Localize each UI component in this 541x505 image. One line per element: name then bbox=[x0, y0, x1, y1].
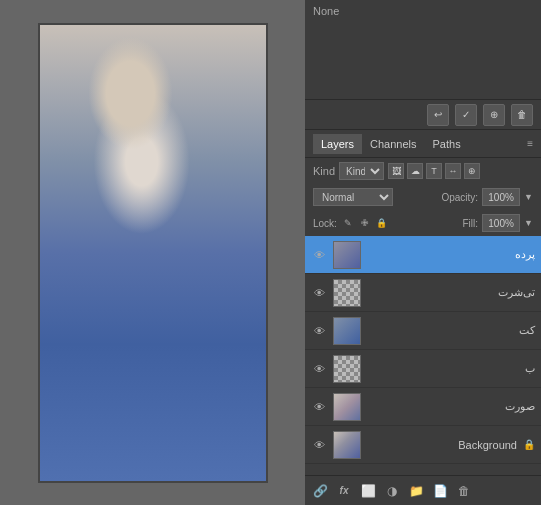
kind-icon-more[interactable]: ⊕ bbox=[464, 163, 480, 179]
kind-icons: 🖼 ☁ T ↔ ⊕ bbox=[388, 163, 480, 179]
kind-icon-text[interactable]: T bbox=[426, 163, 442, 179]
fill-arrow-icon[interactable]: ▼ bbox=[524, 218, 533, 228]
blend-mode-select[interactable]: Normal bbox=[313, 188, 393, 206]
kind-icon-smart[interactable]: ☁ bbox=[407, 163, 423, 179]
lock-label: Lock: bbox=[313, 218, 337, 229]
layer-name: پرده bbox=[367, 248, 535, 261]
canvas-image bbox=[38, 23, 268, 483]
opacity-label: Opacity: bbox=[441, 192, 478, 203]
tab-paths[interactable]: Paths bbox=[425, 134, 469, 154]
link-layers-button[interactable]: 🔗 bbox=[309, 480, 331, 502]
layer-thumbnail bbox=[333, 241, 361, 269]
layer-thumbnail bbox=[333, 279, 361, 307]
layer-item[interactable]: 👁 ب bbox=[305, 350, 541, 388]
layer-thumbnail bbox=[333, 317, 361, 345]
delete-layer-button[interactable]: 🗑 bbox=[453, 480, 475, 502]
kind-icon-shape[interactable]: ↔ bbox=[445, 163, 461, 179]
layer-item[interactable]: 👁 صورت bbox=[305, 388, 541, 426]
layer-name: تی‌شرت bbox=[367, 286, 535, 299]
tab-channels[interactable]: Channels bbox=[362, 134, 424, 154]
layer-item[interactable]: 👁 کت bbox=[305, 312, 541, 350]
adjustment-layer-button[interactable]: ◑ bbox=[381, 480, 403, 502]
group-layers-button[interactable]: 📁 bbox=[405, 480, 427, 502]
layer-thumbnail bbox=[333, 355, 361, 383]
layer-visibility-toggle[interactable]: 👁 bbox=[311, 285, 327, 301]
layer-visibility-toggle[interactable]: 👁 bbox=[311, 247, 327, 263]
layer-item[interactable]: 👁 Background 🔒 bbox=[305, 426, 541, 464]
layer-thumbnail bbox=[333, 393, 361, 421]
layer-visibility-toggle[interactable]: 👁 bbox=[311, 399, 327, 415]
tab-menu-icon[interactable]: ≡ bbox=[527, 138, 533, 149]
layer-visibility-toggle[interactable]: 👁 bbox=[311, 361, 327, 377]
opacity-value[interactable]: 100% bbox=[482, 188, 520, 206]
blend-row: Normal Opacity: 100% ▼ bbox=[305, 184, 541, 210]
layer-name: Background bbox=[367, 439, 517, 451]
fill-label: Fill: bbox=[463, 218, 479, 229]
lock-row: Lock: ✎ ✙ 🔒 Fill: 100% ▼ bbox=[305, 210, 541, 236]
undo-button[interactable]: ↩ bbox=[427, 104, 449, 126]
add-mask-button[interactable]: ⬜ bbox=[357, 480, 379, 502]
fill-value[interactable]: 100% bbox=[482, 214, 520, 232]
kind-icon-image[interactable]: 🖼 bbox=[388, 163, 404, 179]
right-panel: None ↩ ✓ ⊕ 🗑 Layers Channels Paths ≡ Kin… bbox=[305, 0, 541, 505]
kind-select[interactable]: Kind bbox=[339, 162, 384, 180]
none-label: None bbox=[313, 5, 339, 17]
lock-icons: ✎ ✙ 🔒 bbox=[341, 216, 389, 230]
kind-label: Kind bbox=[313, 165, 335, 177]
lock-pixels-icon[interactable]: ✎ bbox=[341, 216, 355, 230]
layer-effects-button[interactable]: fx bbox=[333, 480, 355, 502]
delete-button[interactable]: 🗑 bbox=[511, 104, 533, 126]
canvas-area bbox=[0, 0, 305, 505]
layer-item[interactable]: 👁 تی‌شرت bbox=[305, 274, 541, 312]
tabs-row: Layers Channels Paths ≡ bbox=[305, 130, 541, 158]
toolbar-row: ↩ ✓ ⊕ 🗑 bbox=[305, 100, 541, 130]
layer-item[interactable]: 👁 پرده bbox=[305, 236, 541, 274]
layer-name: کت bbox=[367, 324, 535, 337]
opacity-arrow-icon[interactable]: ▼ bbox=[524, 192, 533, 202]
layer-name: صورت bbox=[367, 400, 535, 413]
layer-name: ب bbox=[367, 362, 535, 375]
kind-row: Kind Kind 🖼 ☁ T ↔ ⊕ bbox=[305, 158, 541, 184]
tab-layers[interactable]: Layers bbox=[313, 134, 362, 154]
lock-all-icon[interactable]: 🔒 bbox=[375, 216, 389, 230]
confirm-button[interactable]: ✓ bbox=[455, 104, 477, 126]
layers-list: 👁 پرده 👁 تی‌شرت 👁 کت 👁 ب 👁 صورت bbox=[305, 236, 541, 475]
layer-visibility-toggle[interactable]: 👁 bbox=[311, 437, 327, 453]
create-button[interactable]: ⊕ bbox=[483, 104, 505, 126]
layer-lock-icon: 🔒 bbox=[523, 439, 535, 451]
bottom-toolbar: 🔗 fx ⬜ ◑ 📁 📄 🗑 bbox=[305, 475, 541, 505]
top-section: None bbox=[305, 0, 541, 100]
lock-position-icon[interactable]: ✙ bbox=[358, 216, 372, 230]
layer-visibility-toggle[interactable]: 👁 bbox=[311, 323, 327, 339]
layer-thumbnail bbox=[333, 431, 361, 459]
new-layer-button[interactable]: 📄 bbox=[429, 480, 451, 502]
